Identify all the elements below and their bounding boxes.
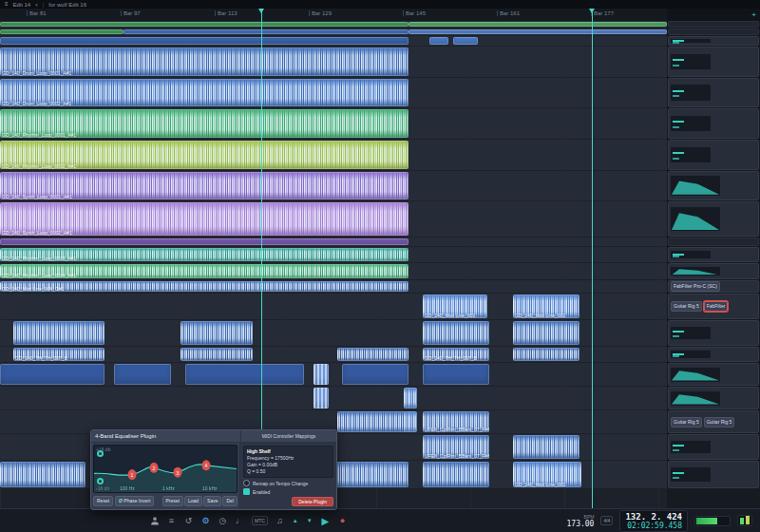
- remap-checkbox[interactable]: [243, 480, 250, 486]
- metronome-icon[interactable]: ♩: [235, 517, 245, 525]
- nudge-down-button[interactable]: ▼: [306, 517, 314, 525]
- track-header[interactable]: Guitar Rig 5FabFilter: [668, 294, 759, 319]
- track-header[interactable]: [668, 78, 759, 107]
- audio-clip[interactable]: [124, 29, 408, 34]
- audio-clip[interactable]: [423, 462, 489, 487]
- audio-clip[interactable]: [342, 364, 408, 385]
- bpm-display[interactable]: BPM 173.00: [567, 514, 595, 527]
- eq-gain-knob[interactable]: [97, 450, 104, 457]
- document-tab[interactable]: for wolf Edit 16: [48, 2, 86, 8]
- track-header[interactable]: [668, 434, 759, 460]
- audio-clip[interactable]: [332, 462, 408, 487]
- track-header[interactable]: [668, 108, 759, 139]
- midi-icon[interactable]: ♫: [275, 517, 285, 525]
- track-header[interactable]: [668, 461, 759, 488]
- track-header[interactable]: [668, 171, 759, 200]
- audio-clip[interactable]: [513, 435, 580, 459]
- audio-clip[interactable]: [180, 321, 253, 345]
- audio-clip[interactable]: UFEK_CplRtm_BBars_07_F#8: [423, 411, 489, 432]
- audio-clip[interactable]: GD_140_Drum_Loop_0001_A#1: [0, 48, 408, 76]
- track-header[interactable]: [668, 36, 759, 46]
- audio-clip[interactable]: GD_140_Synth_Loop_0001_A#1: [0, 172, 408, 200]
- track-header[interactable]: [668, 363, 759, 386]
- add-track-button[interactable]: +: [751, 10, 756, 19]
- reset-button[interactable]: Reset: [93, 496, 113, 506]
- enabled-checkbox[interactable]: [243, 488, 250, 495]
- plugin-chip[interactable]: FabFilter: [704, 301, 729, 312]
- clock-icon[interactable]: ◷: [218, 517, 228, 525]
- menu-icon[interactable]: ≡: [166, 517, 177, 525]
- audio-clip[interactable]: [404, 388, 417, 408]
- audio-clip[interactable]: [513, 321, 580, 345]
- mtc-toggle[interactable]: MTC: [252, 516, 268, 525]
- app-menu-icon[interactable]: ≡: [5, 0, 9, 9]
- audio-clip[interactable]: [0, 22, 408, 27]
- audio-clip[interactable]: GD_140_Rhythm_Loop_0002_A#1: [0, 141, 408, 169]
- user-icon[interactable]: [150, 516, 160, 525]
- play-button[interactable]: ▶: [320, 517, 331, 525]
- plugin-chip[interactable]: Guitar Rig 5: [671, 417, 702, 428]
- audio-clip[interactable]: [0, 238, 408, 245]
- track-header[interactable]: [668, 320, 759, 346]
- track-header[interactable]: [668, 47, 759, 77]
- audio-clip[interactable]: GD_140_Mod Line_001: [513, 294, 580, 318]
- audio-clip[interactable]: [423, 364, 489, 385]
- track-header[interactable]: [668, 238, 759, 246]
- audio-clip[interactable]: UFEK_CplRtm_BBars_07_F#8: [423, 435, 489, 459]
- audio-clip[interactable]: GD_140_Rhythm_Loop_0003_A#1: [0, 248, 408, 261]
- track-header[interactable]: Guitar Rig 5Guitar Rig 5: [668, 410, 759, 433]
- audio-clip[interactable]: [404, 411, 417, 432]
- track-header[interactable]: [668, 201, 759, 237]
- track-header[interactable]: [668, 140, 759, 170]
- delete-plugin-button[interactable]: Delete Plugin: [292, 497, 333, 506]
- plugin-titlebar[interactable]: 4-Band Equaliser Plugin MIDI Controller …: [91, 430, 336, 443]
- audio-clip[interactable]: GD_140_Rhythm_Loop_0004_A#1: [0, 264, 408, 278]
- edit-tab-chevron-icon[interactable]: ▾: [35, 2, 38, 8]
- audio-clip[interactable]: GD_140_Mod Line_001: [423, 294, 487, 318]
- audio-clip[interactable]: GD_140_TH_TH_007_B: [423, 348, 489, 361]
- audio-clip[interactable]: [408, 22, 667, 27]
- record-button[interactable]: ●: [337, 517, 348, 525]
- audio-clip[interactable]: [337, 411, 408, 432]
- eq-q-knob[interactable]: [97, 478, 104, 484]
- plugin-chip[interactable]: Guitar Rig 5: [671, 301, 702, 312]
- audio-clip[interactable]: GD_140_Synth_Loop_0002_A#1: [0, 202, 408, 236]
- audio-clip[interactable]: [314, 364, 329, 385]
- load-button[interactable]: Load: [184, 496, 202, 506]
- timesig-display[interactable]: 4/4: [600, 516, 613, 525]
- audio-clip[interactable]: GD_140_Mod Line_001: [513, 462, 581, 487]
- track-header[interactable]: [668, 347, 759, 362]
- plugin-chip[interactable]: FabFilter Pro-C (SC): [671, 281, 720, 292]
- track-header[interactable]: [668, 28, 759, 35]
- audio-clip[interactable]: [114, 364, 171, 385]
- enabled-checkbox-row[interactable]: Enabled: [243, 488, 333, 495]
- edit-tab[interactable]: Edit 14: [13, 2, 31, 8]
- settings-icon[interactable]: ⚙: [200, 517, 211, 525]
- nudge-up-button[interactable]: ▲: [292, 517, 299, 525]
- remap-checkbox-row[interactable]: Remap on Tempo Change: [243, 480, 333, 486]
- playhead-cursor[interactable]: [592, 9, 593, 508]
- track-header[interactable]: [668, 263, 759, 279]
- audio-clip[interactable]: [0, 37, 408, 45]
- audio-clip[interactable]: [453, 37, 478, 45]
- audio-clip[interactable]: [185, 364, 304, 385]
- audio-clip[interactable]: GD_140_Mod Line_004_G#1: [0, 281, 408, 292]
- bar-ruler[interactable]: Bar 81Bar 97Bar 113Bar 129Bar 145Bar 161…: [0, 9, 667, 22]
- audio-clip[interactable]: [513, 348, 580, 361]
- audio-clip[interactable]: [429, 37, 448, 45]
- audio-clip[interactable]: GD_140_TH_TH_007_B: [13, 348, 104, 361]
- audio-clip[interactable]: [0, 364, 104, 385]
- preset-button[interactable]: Preset: [162, 496, 183, 506]
- track-header[interactable]: FabFilter Pro-C (SC): [668, 280, 759, 293]
- audio-clip[interactable]: GD_140_Drum_Loop_0002_A#1: [0, 79, 408, 106]
- delete-preset-button[interactable]: Del: [222, 496, 238, 506]
- audio-clip[interactable]: [337, 348, 408, 361]
- position-display[interactable]: 132. 2. 424 02:02:59.458: [619, 510, 688, 532]
- audio-clip[interactable]: [0, 462, 86, 487]
- audio-clip[interactable]: [13, 321, 104, 345]
- eq-plugin-window[interactable]: 4-Band Equaliser Plugin MIDI Controller …: [90, 429, 337, 510]
- track-header[interactable]: [668, 247, 759, 262]
- plugin-chip[interactable]: Guitar Rig 5: [704, 417, 735, 428]
- phase-invert-button[interactable]: Ø Phase Invert: [115, 496, 154, 506]
- track-header[interactable]: [668, 387, 759, 409]
